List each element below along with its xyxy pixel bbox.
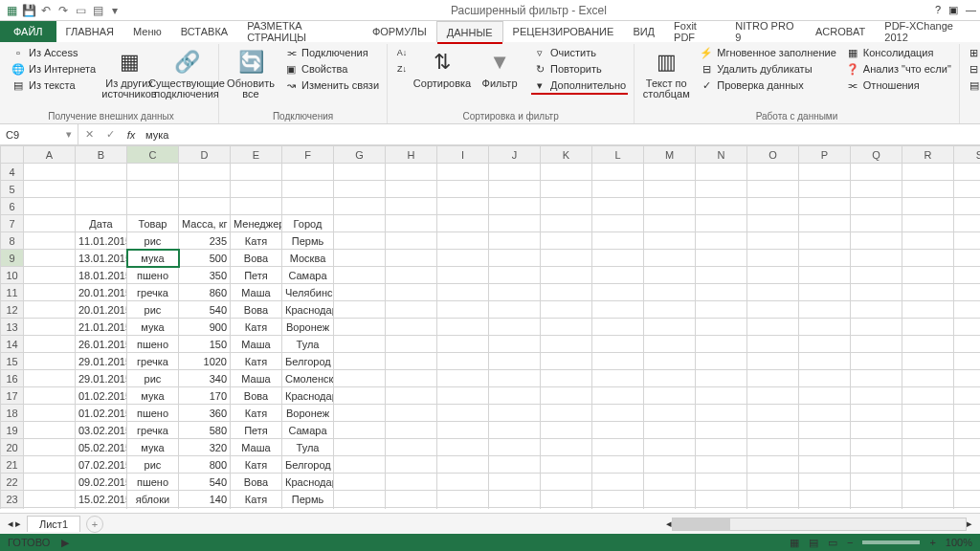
row-header[interactable]: 15 — [1, 353, 24, 370]
cell[interactable] — [24, 439, 76, 456]
cell[interactable]: Краснодар — [282, 474, 334, 491]
cell[interactable] — [489, 405, 541, 422]
cell[interactable] — [386, 232, 437, 250]
cell[interactable] — [747, 215, 799, 232]
tab-данные[interactable]: ДАННЫЕ — [436, 21, 503, 42]
cell[interactable] — [334, 456, 386, 474]
cell[interactable] — [592, 215, 644, 232]
cell[interactable]: пшено — [127, 405, 179, 422]
cell[interactable] — [799, 319, 851, 336]
cell[interactable]: Город — [282, 215, 334, 232]
cell[interactable] — [592, 370, 644, 387]
cell[interactable]: яблоки — [127, 491, 179, 508]
col-header[interactable]: K — [541, 146, 592, 164]
cell[interactable] — [696, 439, 747, 456]
cell[interactable] — [334, 353, 386, 370]
cell[interactable]: 15.02.2015 — [76, 491, 127, 508]
cell[interactable]: Пермь — [282, 491, 334, 508]
cell[interactable]: мука — [127, 319, 179, 336]
cell[interactable] — [954, 405, 981, 422]
cell[interactable] — [24, 267, 76, 284]
cell[interactable] — [799, 387, 851, 405]
cell[interactable] — [644, 422, 696, 439]
cell[interactable] — [24, 370, 76, 387]
cell[interactable] — [902, 232, 954, 250]
cell[interactable] — [541, 353, 592, 370]
cell[interactable] — [851, 456, 902, 474]
tab-вставка[interactable]: ВСТАВКА — [171, 21, 237, 42]
cell[interactable]: Челябинск — [282, 284, 334, 301]
cell[interactable]: Вова — [231, 474, 282, 491]
cell[interactable]: 900 — [179, 319, 231, 336]
col-header[interactable]: M — [644, 146, 696, 164]
cell[interactable] — [541, 198, 592, 215]
view-break-icon[interactable]: ▭ — [828, 537, 837, 549]
cell[interactable] — [24, 181, 76, 198]
cell[interactable] — [851, 181, 902, 198]
cell[interactable] — [747, 456, 799, 474]
cell[interactable] — [644, 336, 696, 353]
fx-icon[interactable]: fx — [121, 129, 142, 141]
row-header[interactable]: 21 — [1, 456, 24, 474]
cell[interactable] — [541, 387, 592, 405]
col-header[interactable]: A — [24, 146, 76, 164]
cell[interactable] — [24, 336, 76, 353]
col-header[interactable]: Q — [851, 146, 902, 164]
zoom-level[interactable]: 100% — [946, 537, 972, 548]
cell[interactable] — [437, 181, 489, 198]
cell[interactable] — [179, 164, 231, 181]
row-header[interactable]: 17 — [1, 387, 24, 405]
cell[interactable] — [334, 198, 386, 215]
data-valid-button[interactable]: ✓Проверка данных — [698, 77, 838, 93]
cell[interactable] — [386, 267, 437, 284]
cell[interactable] — [437, 370, 489, 387]
cell[interactable] — [851, 370, 902, 387]
cell[interactable]: 340 — [179, 370, 231, 387]
cell[interactable]: 540 — [179, 301, 231, 319]
cell[interactable] — [489, 491, 541, 508]
cell[interactable] — [437, 439, 489, 456]
from-access-button[interactable]: ▫Из Access — [10, 45, 98, 60]
cell[interactable] — [644, 387, 696, 405]
cell[interactable]: Тула — [282, 439, 334, 456]
cell[interactable] — [851, 232, 902, 250]
formula-input[interactable] — [142, 127, 980, 143]
cell[interactable] — [386, 491, 437, 508]
row-header[interactable]: 13 — [1, 319, 24, 336]
cell[interactable] — [851, 405, 902, 422]
cell[interactable]: пшено — [127, 474, 179, 491]
tab-вид[interactable]: ВИД — [623, 21, 664, 42]
cell[interactable] — [541, 181, 592, 198]
cell[interactable] — [386, 353, 437, 370]
existing-conn-button[interactable]: 🔗Существующие подключения — [159, 44, 214, 101]
cell[interactable] — [954, 456, 981, 474]
cell[interactable] — [696, 215, 747, 232]
col-header[interactable]: E — [231, 146, 282, 164]
cell[interactable] — [334, 319, 386, 336]
cell[interactable]: Вова — [231, 250, 282, 267]
cell[interactable] — [437, 267, 489, 284]
add-sheet-button[interactable]: + — [86, 516, 103, 533]
cell[interactable] — [592, 232, 644, 250]
cell[interactable] — [386, 215, 437, 232]
cell[interactable] — [334, 474, 386, 491]
cell[interactable] — [851, 301, 902, 319]
cell[interactable] — [799, 474, 851, 491]
cell[interactable] — [954, 336, 981, 353]
tab-foxit pdf[interactable]: Foxit PDF — [664, 21, 725, 42]
refresh-all-button[interactable]: 🔄Обновить все — [223, 44, 278, 101]
cell[interactable] — [334, 301, 386, 319]
cell[interactable] — [24, 301, 76, 319]
cell[interactable] — [76, 164, 127, 181]
cell[interactable] — [437, 387, 489, 405]
cell[interactable]: 03.02.2015 — [76, 422, 127, 439]
cell[interactable] — [24, 491, 76, 508]
cell[interactable]: 07.02.2015 — [76, 456, 127, 474]
cell[interactable]: 540 — [179, 474, 231, 491]
cell[interactable] — [592, 456, 644, 474]
zoom-in-icon[interactable]: + — [929, 537, 935, 548]
cell[interactable] — [179, 198, 231, 215]
spreadsheet-grid[interactable]: ABCDEFGHIJKLMNOPQRS4567ДатаТоварМасса, к… — [0, 145, 980, 509]
cell[interactable]: Маша — [231, 439, 282, 456]
cell[interactable] — [334, 439, 386, 456]
